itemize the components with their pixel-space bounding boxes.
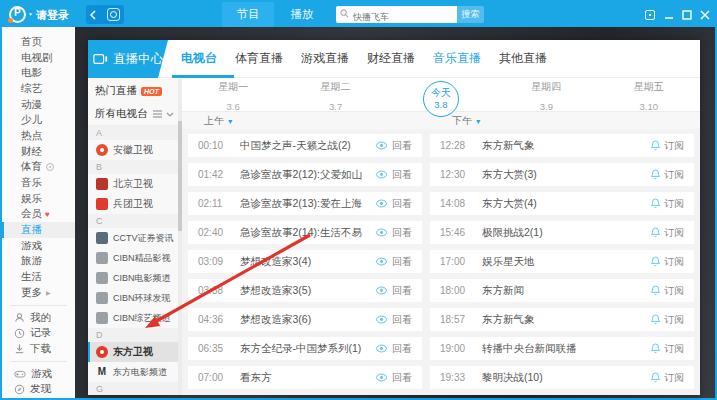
bell-icon — [651, 256, 660, 267]
channel-dongfang-movie[interactable]: M东方电影频道 — [88, 362, 182, 382]
date-tuesday[interactable]: 星期二3.7 — [321, 75, 351, 115]
sidebar-item-mine[interactable]: 我的 — [2, 310, 75, 326]
channel-cibn-3[interactable]: CIBN环球发现 — [88, 288, 182, 308]
subscribe-button[interactable]: 订阅 — [651, 284, 684, 298]
playback-button[interactable]: 回看 — [375, 168, 412, 182]
playback-button[interactable]: 回看 — [375, 197, 412, 211]
subscribe-button[interactable]: 订阅 — [651, 139, 684, 153]
search-box — [336, 6, 457, 23]
subscribe-button[interactable]: 订阅 — [651, 197, 684, 211]
logo-orange-dot — [8, 18, 13, 23]
sidebar-item-music[interactable]: 音乐 — [2, 175, 75, 191]
tab-programs[interactable]: 节目 — [222, 2, 274, 27]
sidebar-item-home[interactable]: 首页 — [2, 34, 75, 50]
playback-button[interactable]: 回看 — [375, 342, 412, 356]
channel-logo-icon — [96, 144, 108, 156]
login-link[interactable]: 请登录 — [36, 8, 69, 23]
tab-tv-stations[interactable]: 电视台 — [172, 40, 226, 78]
channel-anhui[interactable]: 安徽卫视 — [88, 140, 182, 160]
sidebar-item-hot[interactable]: 热点 — [2, 128, 75, 144]
tab-game-live[interactable]: 游戏直播 — [292, 40, 358, 78]
channel-logo-icon — [96, 232, 108, 244]
tab-player[interactable]: 播放 — [276, 2, 328, 27]
sidebar-item-history[interactable]: 记录 — [2, 325, 75, 341]
channel-bingtuan[interactable]: 兵团卫视 — [88, 194, 182, 214]
refresh-icon[interactable] — [107, 8, 120, 21]
sidebar-item-kids[interactable]: 少儿 — [2, 112, 75, 128]
program-row: 06:35东方全纪录-中国梦系列(1)回看 — [188, 337, 422, 360]
channel-cibn-4[interactable]: CIBN综艺频道 — [88, 308, 182, 328]
sidebar-item-download[interactable]: 下载 — [2, 341, 75, 357]
playback-button[interactable]: 回看 — [375, 226, 412, 240]
sidebar-item-variety[interactable]: 综艺 — [2, 81, 75, 97]
sidebar-item-tv-series[interactable]: 电视剧 — [2, 50, 75, 66]
sidebar-item-movies[interactable]: 电影 — [2, 65, 75, 81]
channel-group-letter: D — [88, 328, 182, 342]
playback-button[interactable]: 回看 — [375, 284, 412, 298]
app-logo-icon[interactable]: P — [9, 6, 26, 23]
program-row: 14:08东方大赏(4)订阅 — [430, 192, 694, 215]
channel-dragon-tv-selected[interactable]: 东方卫视 — [88, 342, 182, 362]
maximize-icon[interactable] — [681, 9, 693, 20]
sidebar-item-live[interactable]: 直播 — [2, 222, 75, 238]
program-row: 18:57东方新气象订阅 — [430, 308, 694, 331]
all-channels-header[interactable]: 所有电视台 — [88, 103, 182, 126]
subscribe-button[interactable]: 订阅 — [651, 255, 684, 269]
channel-cctv-securities[interactable]: CCTV证券资讯 — [88, 228, 182, 248]
tab-sports-live[interactable]: 体育直播 — [226, 40, 292, 78]
sidebar-item-game-center[interactable]: 游戏 — [2, 366, 75, 382]
close-icon[interactable] — [699, 9, 711, 20]
program-row: 01:42急诊室故事2(12):父爱如山回看 — [188, 163, 422, 186]
channel-logo-icon — [96, 198, 108, 210]
date-thursday[interactable]: 星期四3.9 — [531, 75, 561, 115]
sidebar-item-more[interactable]: 更多▶ — [2, 285, 75, 301]
sidebar-item-vip[interactable]: 会员♥ — [2, 207, 75, 223]
playback-button[interactable]: 回看 — [375, 313, 412, 327]
sidebar-item-sports[interactable]: 体育 — [2, 160, 75, 176]
channel-group-letter: C — [88, 214, 182, 228]
search-button[interactable]: 搜索 — [457, 6, 484, 23]
channel-beijing[interactable]: 北京卫视 — [88, 174, 182, 194]
skin-icon[interactable] — [644, 9, 656, 20]
sidebar-item-lifestyle[interactable]: 生活 — [2, 269, 75, 285]
afternoon-header[interactable]: 下午 ▼ — [452, 114, 482, 128]
playback-button[interactable]: 回看 — [375, 255, 412, 269]
sidebar-item-finance[interactable]: 财经 — [2, 144, 75, 160]
tab-other-live[interactable]: 其他直播 — [490, 40, 556, 78]
subscribe-button[interactable]: 订阅 — [651, 168, 684, 182]
date-monday[interactable]: 星期一3.6 — [218, 75, 248, 115]
back-icon[interactable] — [90, 10, 96, 20]
subscribe-button[interactable]: 订阅 — [651, 342, 684, 356]
date-today[interactable]: 今天3.8 — [423, 81, 459, 117]
channel-cibn-2[interactable]: CIBN电影频道 — [88, 268, 182, 288]
playback-button[interactable]: 回看 — [375, 139, 412, 153]
list-icon[interactable] — [153, 110, 162, 118]
hot-live-entry[interactable]: 热门直播 HOT — [88, 79, 182, 103]
eye-icon — [375, 228, 388, 237]
eye-icon — [375, 141, 388, 150]
sidebar-item-games[interactable]: 游戏 — [2, 238, 75, 254]
tab-music-live[interactable]: 音乐直播 — [424, 40, 490, 78]
subscribe-button[interactable]: 订阅 — [651, 226, 684, 240]
sidebar-item-discover[interactable]: 发现 — [2, 381, 75, 397]
subscribe-button[interactable]: 订阅 — [651, 371, 684, 385]
more-arrow-icon: ▶ — [46, 289, 51, 296]
tab-finance-live[interactable]: 财经直播 — [358, 40, 424, 78]
channel-logo-icon — [96, 346, 108, 358]
channel-cibn-1[interactable]: CIBN精品影视 — [88, 248, 182, 268]
bell-icon — [651, 343, 660, 354]
sidebar-item-entertainment[interactable]: 娱乐 — [2, 191, 75, 207]
date-friday[interactable]: 星期五3.10 — [634, 75, 664, 115]
sidebar-item-anime[interactable]: 动漫 — [2, 97, 75, 113]
subscribe-button[interactable]: 订阅 — [651, 313, 684, 327]
minimize-icon[interactable] — [663, 9, 675, 20]
playback-button[interactable]: 回看 — [375, 371, 412, 385]
bell-icon — [651, 285, 660, 296]
eye-icon — [375, 286, 388, 295]
morning-header[interactable]: 上午 ▼ — [204, 114, 234, 128]
bell-icon — [651, 140, 660, 151]
sidebar-item-travel[interactable]: 旅游 — [2, 254, 75, 270]
chevron-down-icon[interactable] — [166, 112, 174, 117]
logo-dropdown-caret-icon[interactable]: ▼ — [28, 11, 33, 17]
search-input[interactable] — [336, 9, 457, 26]
